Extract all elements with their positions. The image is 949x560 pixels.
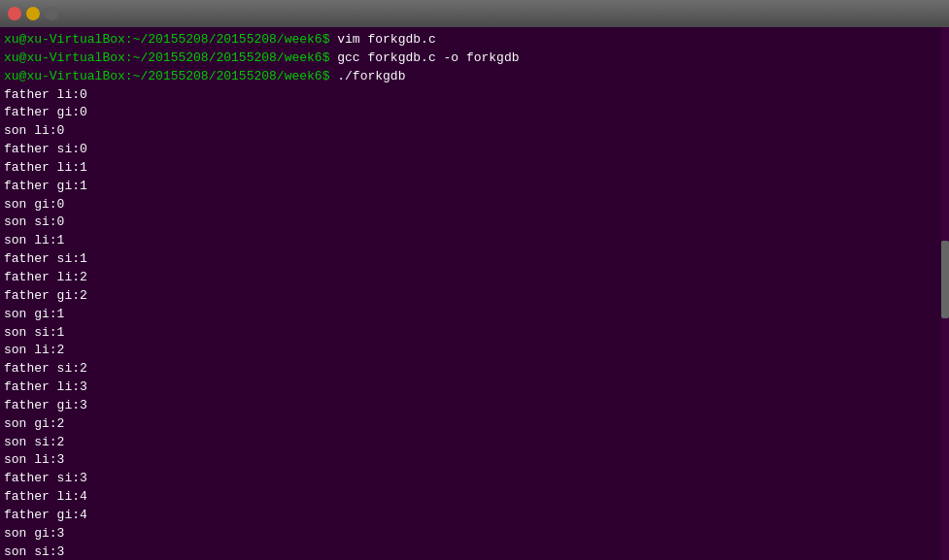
- output-text: son si:1: [4, 325, 64, 340]
- output-text: son gi:0: [4, 197, 64, 212]
- terminal-line: father si:3: [4, 470, 945, 488]
- terminal-line: father li:4: [4, 488, 945, 507]
- terminal-line: father li:0: [4, 86, 945, 105]
- output-text: son si:0: [4, 214, 64, 229]
- prompt-text: xu@xu-VirtualBox:~/20155208/20155208/wee…: [4, 32, 337, 47]
- terminal-line: father gi:2: [4, 287, 945, 306]
- terminal-line: son si:1: [4, 324, 945, 343]
- terminal-line: father si:1: [4, 250, 945, 269]
- output-text: son gi:2: [4, 416, 64, 431]
- output-text: father li:1: [4, 160, 87, 175]
- terminal-line: son li:1: [4, 232, 945, 250]
- minimize-button[interactable]: [26, 7, 40, 20]
- terminal-line: xu@xu-VirtualBox:~/20155208/20155208/wee…: [4, 31, 945, 49]
- terminal-line: son li:3: [4, 451, 945, 470]
- terminal-line: father li:2: [4, 269, 945, 287]
- prompt-text: xu@xu-VirtualBox:~/20155208/20155208/wee…: [4, 69, 337, 83]
- command-text: vim forkgdb.c: [337, 32, 435, 47]
- terminal-line: father gi:4: [4, 507, 945, 525]
- scrollbar-thumb[interactable]: [941, 241, 949, 318]
- terminal-line: son li:2: [4, 342, 945, 360]
- terminal-line: father si:0: [4, 141, 945, 159]
- terminal-line: father gi:3: [4, 397, 945, 415]
- window-controls[interactable]: [8, 7, 58, 20]
- output-text: father li:3: [4, 379, 87, 394]
- title-bar: [0, 0, 949, 27]
- output-text: father si:0: [4, 142, 87, 156]
- terminal-line: son gi:1: [4, 306, 945, 324]
- output-text: son gi:1: [4, 307, 64, 321]
- terminal-line: son gi:2: [4, 415, 945, 434]
- scrollbar[interactable]: [941, 27, 949, 560]
- terminal-line: father si:2: [4, 360, 945, 379]
- output-text: father gi:4: [4, 508, 87, 522]
- output-text: son li:1: [4, 233, 64, 247]
- output-text: son si:2: [4, 435, 64, 449]
- terminal-output: xu@xu-VirtualBox:~/20155208/20155208/wee…: [4, 31, 945, 560]
- output-text: son li:0: [4, 123, 64, 138]
- output-text: father gi:2: [4, 288, 87, 303]
- output-text: son li:3: [4, 452, 64, 467]
- terminal-line: son si:0: [4, 214, 945, 232]
- terminal-line: son si:2: [4, 434, 945, 452]
- output-text: father gi:3: [4, 398, 87, 412]
- output-text: father gi:0: [4, 105, 87, 119]
- prompt-text: xu@xu-VirtualBox:~/20155208/20155208/wee…: [4, 50, 337, 65]
- terminal-line: father li:3: [4, 379, 945, 397]
- close-button[interactable]: [8, 7, 21, 20]
- output-text: father si:1: [4, 251, 87, 266]
- terminal-line: son si:3: [4, 544, 945, 560]
- output-text: son si:3: [4, 544, 64, 559]
- output-text: father si:3: [4, 471, 87, 485]
- command-text: gcc forkgdb.c -o forkgdb: [337, 50, 519, 65]
- terminal-line: father li:1: [4, 159, 945, 178]
- output-text: father li:2: [4, 270, 87, 284]
- terminal-line: xu@xu-VirtualBox:~/20155208/20155208/wee…: [4, 49, 945, 68]
- terminal-body[interactable]: xu@xu-VirtualBox:~/20155208/20155208/wee…: [0, 27, 949, 560]
- output-text: father si:2: [4, 361, 87, 376]
- output-text: father gi:1: [4, 179, 87, 193]
- command-text: ./forkgdb: [337, 69, 405, 83]
- terminal-line: son gi:3: [4, 525, 945, 544]
- terminal-line: father gi:0: [4, 104, 945, 122]
- terminal-line: father gi:1: [4, 178, 945, 196]
- terminal-line: xu@xu-VirtualBox:~/20155208/20155208/wee…: [4, 68, 945, 86]
- maximize-button[interactable]: [45, 7, 58, 20]
- output-text: son li:2: [4, 343, 64, 357]
- terminal-line: son gi:0: [4, 196, 945, 214]
- output-text: son gi:3: [4, 526, 64, 541]
- terminal-line: son li:0: [4, 122, 945, 141]
- output-text: father li:4: [4, 489, 87, 504]
- output-text: father li:0: [4, 87, 87, 102]
